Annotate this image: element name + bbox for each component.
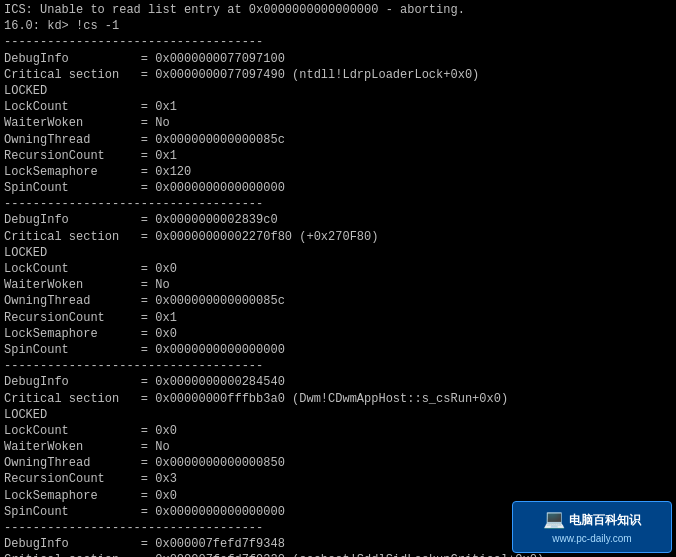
line-lockcount-3: LockCount = 0x0: [4, 423, 672, 439]
line-spincount-1: SpinCount = 0x0000000000000000: [4, 180, 672, 196]
line-recursioncount-3: RecursionCount = 0x3: [4, 471, 672, 487]
line-recursioncount-2: RecursionCount = 0x1: [4, 310, 672, 326]
divider-1: ------------------------------------: [4, 34, 672, 50]
line-locked-3: LOCKED: [4, 407, 672, 423]
line-debuginfo-1: DebugInfo = 0x0000000077097100: [4, 51, 672, 67]
line-debuginfo-2: DebugInfo = 0x0000000002839c0: [4, 212, 672, 228]
line-critical-2: Critical section = 0x00000000002270f80 (…: [4, 229, 672, 245]
line-owningthread-2: OwningThread = 0x000000000000085c: [4, 293, 672, 309]
watermark: 💻 电脑百科知识 www.pc-daily.com: [512, 501, 672, 553]
line-critical-1: Critical section = 0x0000000077097490 (n…: [4, 67, 672, 83]
line-waiterwoken-2: WaiterWoken = No: [4, 277, 672, 293]
line-spincount-2: SpinCount = 0x0000000000000000: [4, 342, 672, 358]
computer-icon: 💻: [543, 508, 565, 532]
line-critical-4: Critical section = 0x000007fefd7f9320 (s…: [4, 552, 672, 557]
line-debuginfo-3: DebugInfo = 0x0000000000284540: [4, 374, 672, 390]
watermark-main-text: 电脑百科知识: [569, 512, 641, 528]
line-locksemaphore-1: LockSemaphore = 0x120: [4, 164, 672, 180]
line-lockcount-1: LockCount = 0x1: [4, 99, 672, 115]
line-lockcount-2: LockCount = 0x0: [4, 261, 672, 277]
line-2: 16.0: kd> !cs -1: [4, 18, 672, 34]
line-locked-1: LOCKED: [4, 83, 672, 99]
line-recursioncount-1: RecursionCount = 0x1: [4, 148, 672, 164]
line-1: ICS: Unable to read list entry at 0x0000…: [4, 2, 672, 18]
line-critical-3: Critical section = 0x00000000fffbb3a0 (D…: [4, 391, 672, 407]
divider-2: ------------------------------------: [4, 196, 672, 212]
watermark-top: 💻 电脑百科知识: [543, 508, 641, 532]
line-locksemaphore-2: LockSemaphore = 0x0: [4, 326, 672, 342]
line-owningthread-3: OwningThread = 0x0000000000000850: [4, 455, 672, 471]
line-waiterwoken-1: WaiterWoken = No: [4, 115, 672, 131]
line-waiterwoken-3: WaiterWoken = No: [4, 439, 672, 455]
line-owningthread-1: OwningThread = 0x000000000000085c: [4, 132, 672, 148]
terminal-window: ICS: Unable to read list entry at 0x0000…: [0, 0, 676, 557]
watermark-sub-text: www.pc-daily.com: [552, 532, 631, 546]
divider-3: ------------------------------------: [4, 358, 672, 374]
line-locked-2: LOCKED: [4, 245, 672, 261]
